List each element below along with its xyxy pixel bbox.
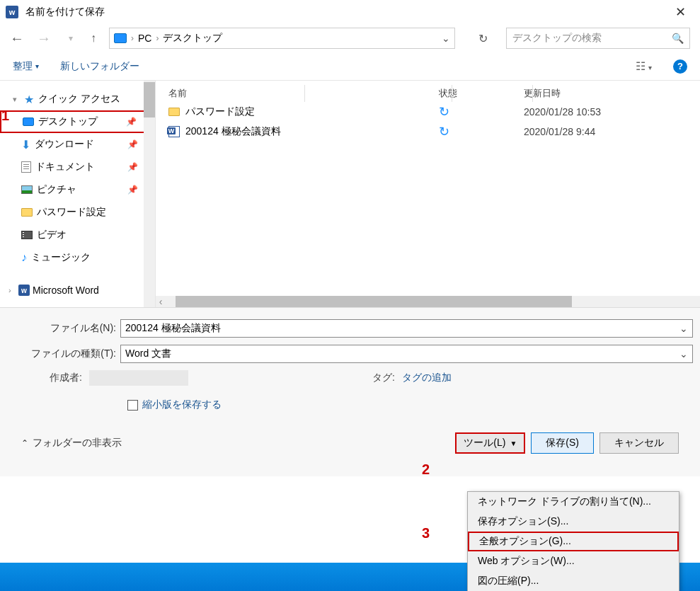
word-file-icon [168, 126, 180, 137]
organize-button[interactable]: 整理 ▾ [13, 60, 39, 73]
tree-label: デスクトップ [38, 115, 98, 128]
tree-desktop[interactable]: デスクトップ 📌 [0, 110, 155, 133]
chevron-right-icon[interactable]: › [8, 286, 16, 294]
file-list-hscroll[interactable]: ‹ [156, 296, 700, 307]
menu-compress-pictures[interactable]: 図の圧縮(P)... [468, 571, 679, 591]
tree-label: ダウンロード [35, 138, 94, 151]
word-app-icon: w [6, 6, 18, 18]
document-icon [21, 161, 31, 173]
tree-quick-access[interactable]: ▾ ★ クイック アクセス [0, 88, 155, 110]
forward-button[interactable]: → [37, 30, 51, 47]
main-area: ▾ ★ クイック アクセス デスクトップ 📌 ⬇ ダウンロード 📌 ドキュメント… [0, 81, 700, 307]
refresh-button[interactable]: ↻ [472, 28, 493, 49]
picture-icon [21, 185, 33, 194]
pin-icon: 📌 [127, 162, 138, 172]
title-bar: w 名前を付けて保存 ✕ [0, 0, 700, 24]
breadcrumb[interactable]: › PC › デスクトップ ⌄ [109, 28, 455, 49]
file-list: 名前 状態 更新日時 パスワード設定 ↻ 2020/01/28 10:53 20… [156, 81, 700, 307]
hide-folders-toggle[interactable]: ⌃ フォルダーの非表示 [21, 437, 122, 449]
back-button[interactable]: ← [10, 30, 24, 47]
tree-downloads[interactable]: ⬇ ダウンロード 📌 [0, 133, 155, 156]
save-button[interactable]: 保存(S) [531, 432, 594, 454]
tools-button[interactable]: ツール(L)▼ [455, 432, 525, 454]
filename-input[interactable]: 200124 極秘会議資料⌄ [120, 319, 693, 338]
save-form: ファイル名(N): 200124 極秘会議資料⌄ ファイルの種類(T): Wor… [0, 307, 700, 476]
video-icon [21, 231, 33, 239]
desktop-icon [23, 117, 34, 126]
file-name: パスワード設定 [185, 105, 255, 118]
dropdown-icon[interactable]: ⌄ [679, 348, 688, 360]
dropdown-icon[interactable]: ⌄ [679, 323, 688, 334]
music-icon: ♪ [21, 251, 27, 264]
menu-general-options[interactable]: 全般オプション(G)... [468, 532, 679, 551]
tree-label: ドキュメント [35, 161, 95, 173]
col-modified[interactable]: 更新日時 [524, 87, 700, 100]
folder-icon [168, 108, 180, 116]
tree-scrollbar[interactable] [144, 81, 155, 307]
author-value[interactable] [89, 370, 188, 386]
tree-music[interactable]: ♪ ミュージック [0, 246, 155, 269]
author-field[interactable]: 作成者: [50, 370, 188, 386]
nav-bar: ← → ▾ ↑ › PC › デスクトップ ⌄ ↻ デスクトップの検索 🔍 [0, 24, 700, 52]
tag-field[interactable]: タグ: タグの追加 [372, 372, 452, 384]
tree-documents[interactable]: ドキュメント 📌 [0, 156, 155, 178]
tag-label: タグ: [372, 372, 395, 384]
file-row[interactable]: パスワード設定 ↻ 2020/01/28 10:53 [156, 102, 700, 122]
tree-label: ミュージック [31, 251, 91, 264]
breadcrumb-pc[interactable]: PC [138, 33, 151, 44]
search-input[interactable]: デスクトップの検索 🔍 [506, 28, 690, 49]
annotation-1: 1 [1, 108, 9, 124]
bc-sep-icon: › [156, 33, 159, 43]
pin-icon: 📌 [127, 185, 138, 195]
tree-pwfolder[interactable]: パスワード設定 [0, 201, 155, 224]
tree-label: クイック アクセス [38, 93, 120, 105]
new-folder-button[interactable]: 新しいフォルダー [60, 60, 139, 73]
up-button[interactable]: ↑ [91, 32, 96, 45]
pin-icon: 📌 [127, 139, 138, 149]
col-name[interactable]: 名前 [156, 87, 439, 100]
star-icon: ★ [24, 93, 34, 106]
tag-add-link[interactable]: タグの追加 [402, 372, 452, 384]
search-icon: 🔍 [672, 33, 684, 44]
sync-icon: ↻ [439, 125, 449, 139]
tree-pictures[interactable]: ピクチャ 📌 [0, 178, 155, 201]
sync-icon: ↻ [439, 105, 449, 119]
nav-tree: ▾ ★ クイック アクセス デスクトップ 📌 ⬇ ダウンロード 📌 ドキュメント… [0, 81, 156, 307]
close-button[interactable]: ✕ [666, 1, 694, 23]
pin-icon: 📌 [126, 117, 137, 127]
annotation-2: 2 [422, 461, 430, 478]
file-date: 2020/01/28 9:44 [524, 126, 700, 137]
menu-map-drive[interactable]: ネットワーク ドライブの割り当て(N)... [468, 492, 679, 512]
annotation-3: 3 [422, 525, 430, 541]
chevron-up-icon: ⌃ [21, 438, 28, 448]
bc-sep-icon: › [131, 33, 134, 43]
file-name: 200124 極秘会議資料 [185, 125, 281, 138]
tree-msword[interactable]: › w Microsoft Word [0, 279, 155, 302]
tree-videos[interactable]: ビデオ [0, 224, 155, 246]
toolbar: 整理 ▾ 新しいフォルダー ☷ ▾ ? [0, 52, 700, 81]
tree-label: パスワード設定 [37, 206, 106, 219]
tree-label: Microsoft Word [33, 285, 99, 296]
cancel-button[interactable]: キャンセル [599, 432, 679, 454]
pc-icon [114, 33, 127, 43]
chevron-down-icon[interactable]: ▾ [13, 95, 20, 104]
tools-menu: ネットワーク ドライブの割り当て(N)... 保存オプション(S)... 全般オ… [467, 491, 679, 591]
breadcrumb-desktop[interactable]: デスクトップ [163, 32, 222, 45]
thumbnail-checkbox[interactable] [127, 400, 138, 411]
file-date: 2020/01/28 10:53 [524, 106, 700, 117]
menu-save-options[interactable]: 保存オプション(S)... [468, 512, 679, 532]
tree-label: ピクチャ [37, 183, 76, 196]
tree-label: ビデオ [37, 229, 67, 241]
help-button[interactable]: ? [673, 59, 687, 74]
file-row[interactable]: 200124 極秘会議資料 ↻ 2020/01/28 9:44 [156, 122, 700, 142]
search-placeholder: デスクトップの検索 [512, 32, 602, 45]
breadcrumb-dropdown-icon[interactable]: ⌄ [442, 33, 450, 44]
filetype-select[interactable]: Word 文書⌄ [120, 345, 693, 363]
view-options-button[interactable]: ☷ ▾ [636, 59, 652, 73]
menu-web-options[interactable]: Web オプション(W)... [468, 551, 679, 571]
filename-label: ファイル名(N): [7, 322, 120, 335]
recent-dropdown[interactable]: ▾ [64, 33, 78, 43]
word-app-icon: w [18, 285, 30, 296]
thumbnail-label: 縮小版を保存する [142, 398, 222, 411]
window-title: 名前を付けて保存 [25, 6, 105, 18]
